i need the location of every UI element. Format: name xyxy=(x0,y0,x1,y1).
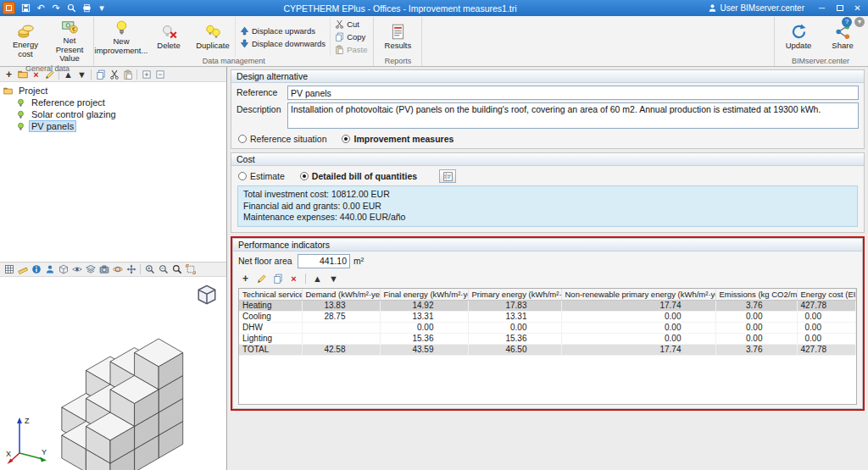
views-cube-icon[interactable] xyxy=(57,263,70,276)
copy-item-icon[interactable] xyxy=(94,68,107,80)
new-improvement-button[interactable]: New improvement... xyxy=(96,18,147,56)
save-icon[interactable] xyxy=(19,2,32,14)
ribbon-corner-buttons: ? ▾ xyxy=(842,17,865,27)
update-button[interactable]: Update xyxy=(776,22,821,52)
expand-all-icon[interactable] xyxy=(140,68,153,80)
visibility-icon[interactable] xyxy=(70,263,83,276)
delete-icon xyxy=(160,23,178,41)
col-technical-service: Technical service xyxy=(239,289,302,301)
table-row-lighting[interactable]: Lighting 15.36 15.36 0.00 0.00 0.00 xyxy=(239,334,856,345)
coins-icon xyxy=(17,22,35,40)
cut-button[interactable]: Cut xyxy=(333,19,369,30)
edit-bill-button[interactable] xyxy=(439,169,456,183)
zoom-extents-icon[interactable] xyxy=(184,263,197,276)
energy-cost-button[interactable]: Energy cost xyxy=(3,21,47,59)
results-button[interactable]: Results xyxy=(376,22,420,52)
quick-access-toolbar: ↶ ↷ ▾ xyxy=(19,2,108,14)
separator xyxy=(136,69,137,80)
paste-item-icon[interactable] xyxy=(121,68,134,80)
radio-circle-selected xyxy=(300,172,309,180)
measure-bulb-icon xyxy=(16,110,25,119)
axis-x-label: X xyxy=(6,450,11,458)
tree-item-solar-control-glazing[interactable]: Solar control glazing xyxy=(3,108,223,120)
zoom-out-icon[interactable] xyxy=(157,263,170,276)
description-label: Description xyxy=(236,102,287,114)
detailed-bill-radio[interactable]: Detailed bill of quantities xyxy=(300,171,417,181)
design-alternative-section: Design alternative Reference Description… xyxy=(231,69,865,149)
col-demand: Demand (kWh/m²·year) xyxy=(302,289,380,301)
print-icon[interactable] xyxy=(80,2,93,14)
separator xyxy=(305,274,306,284)
net-floor-area-input[interactable] xyxy=(298,254,350,268)
performance-indicators-header: Performance indicators xyxy=(233,239,862,252)
edit-row-icon[interactable] xyxy=(255,273,268,285)
row-up-icon[interactable]: ▲ xyxy=(311,273,324,285)
performance-table: Technical service Demand (kWh/m²·year) F… xyxy=(238,288,857,405)
close-button[interactable]: ✕ xyxy=(849,2,866,15)
description-input[interactable]: Installation of photovoltaic (PV) panels… xyxy=(287,102,859,129)
tree-item-pv-panels[interactable]: PV panels xyxy=(3,120,223,132)
pan-icon[interactable] xyxy=(125,263,137,276)
design-alternative-header: Design alternative xyxy=(231,70,864,83)
redo-icon[interactable]: ↷ xyxy=(49,2,63,14)
bimserver-user[interactable]: User BIMserver.center xyxy=(708,3,813,13)
axis-triad: Z Y X xyxy=(4,411,52,467)
measure-icon[interactable] xyxy=(16,263,29,276)
add-row-icon[interactable]: + xyxy=(239,273,252,285)
tree-item-project[interactable]: Project xyxy=(3,85,223,97)
delete-button[interactable]: Delete xyxy=(147,22,191,52)
reference-input[interactable] xyxy=(287,86,859,100)
titlebar: ↶ ↷ ▾ CYPETHERM EPlus - Offices - Improv… xyxy=(0,0,868,16)
table-row-heating[interactable]: Heating 13.83 14.92 17.83 17.74 3.76 427… xyxy=(239,301,856,312)
group-label-bimserver: BIMserver.center xyxy=(776,57,865,66)
maintenance-expenses: Maintenance expenses: 440.00 EUR/año xyxy=(243,212,852,224)
help-circle-icon[interactable]: ? xyxy=(842,17,852,27)
report-icon xyxy=(389,23,407,41)
zoom-window-icon[interactable] xyxy=(170,263,183,276)
collapse-all-icon[interactable] xyxy=(153,68,166,80)
reference-situation-radio[interactable]: Reference situation xyxy=(238,134,326,144)
net-present-value-button[interactable]: Net Present Value xyxy=(47,17,92,64)
person-icon[interactable] xyxy=(43,263,56,276)
undo-icon[interactable]: ↶ xyxy=(34,2,47,14)
table-row-total[interactable]: TOTAL 42.58 43.59 46.50 17.74 3.76 427.7… xyxy=(239,345,856,356)
minimize-button[interactable]: ─ xyxy=(813,2,831,15)
options-circle-icon[interactable]: ▾ xyxy=(854,17,865,27)
zoom-in-icon[interactable] xyxy=(143,263,156,276)
financial-aid: Financial aid and grants: 0.00 EUR xyxy=(243,201,852,213)
net-floor-area-unit: m² xyxy=(350,254,364,266)
user-icon xyxy=(708,3,717,13)
copy-row-icon[interactable] xyxy=(271,273,284,285)
snapshot-icon[interactable] xyxy=(97,263,110,276)
grid-icon[interactable] xyxy=(3,263,15,276)
displace-buttons: Displace upwards Displace downwards xyxy=(235,17,330,57)
displace-upwards-button[interactable]: Displace upwards xyxy=(238,25,327,36)
scissors-icon xyxy=(335,19,344,29)
displace-downwards-button[interactable]: Displace downwards xyxy=(238,38,327,49)
orbit-icon[interactable] xyxy=(111,263,124,276)
table-row-dhw[interactable]: DHW 0.00 0.00 0.00 0.00 0.00 xyxy=(239,323,856,334)
cut-item-icon[interactable] xyxy=(108,68,120,80)
info-icon[interactable] xyxy=(30,263,42,276)
maximize-button[interactable] xyxy=(831,2,849,15)
improvement-measures-radio[interactable]: Improvement measures xyxy=(342,134,453,144)
detail-panel: Design alternative Reference Description… xyxy=(227,67,868,470)
ribbon-group-reports: Results Reports xyxy=(374,17,422,66)
app-icon[interactable] xyxy=(3,2,15,14)
delete-row-icon[interactable]: × xyxy=(287,273,300,285)
tree-item-reference-project[interactable]: Reference project xyxy=(3,97,223,108)
zoom-icon[interactable] xyxy=(64,2,78,14)
copy-button[interactable]: Copy xyxy=(333,31,369,42)
duplicate-button[interactable]: Duplicate xyxy=(191,22,235,52)
view-cube[interactable] xyxy=(196,284,218,306)
paste-icon xyxy=(335,45,344,54)
table-row-cooling[interactable]: Cooling 28.75 13.31 13.31 0.00 0.00 0.00 xyxy=(239,312,856,323)
row-down-icon[interactable]: ▼ xyxy=(327,273,340,285)
performance-indicators-section: Performance indicators Net floor area m²… xyxy=(232,238,863,409)
axis-y-label: Y xyxy=(42,448,47,456)
lightbulb-icon xyxy=(113,19,131,36)
application-window: ↶ ↷ ▾ CYPETHERM EPlus - Offices - Improv… xyxy=(0,0,868,470)
layers-icon[interactable] xyxy=(84,263,97,276)
estimate-radio[interactable]: Estimate xyxy=(238,171,285,181)
3d-viewport[interactable]: Z Y X xyxy=(0,277,226,470)
